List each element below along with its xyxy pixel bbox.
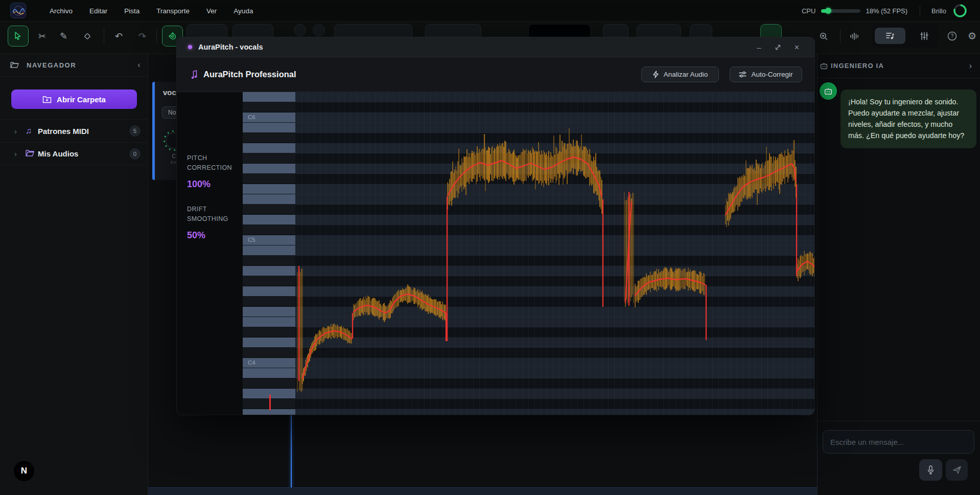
expand-chevron-icon[interactable]: › xyxy=(14,127,21,136)
piano-key-row xyxy=(243,133,295,143)
gridline xyxy=(651,92,651,415)
gridline xyxy=(731,92,731,415)
minimize-button[interactable]: – xyxy=(757,43,761,52)
timeline-strip[interactable] xyxy=(148,487,817,495)
open-folder-button[interactable]: Abrir Carpeta xyxy=(11,89,137,109)
svg-text:?: ? xyxy=(951,33,954,39)
gridline xyxy=(528,92,529,415)
collapse-sidebar-icon[interactable]: ‹ xyxy=(137,60,141,70)
waveform-icon xyxy=(850,32,859,41)
menu-item-archivo[interactable]: Archivo xyxy=(50,7,73,15)
gridline xyxy=(320,92,320,415)
music-note-icon xyxy=(191,70,198,80)
gridline xyxy=(547,92,547,415)
settings-button[interactable]: ⚙ xyxy=(962,26,980,47)
gridline xyxy=(669,92,670,415)
gridline xyxy=(314,92,314,415)
undo-button[interactable]: ↶ xyxy=(108,26,129,47)
gridline xyxy=(761,92,762,415)
sidebar-item-mis-audios[interactable]: ›Mis Audios0 xyxy=(0,142,148,165)
piano-key-row xyxy=(243,348,295,358)
item-count-badge: 0 xyxy=(129,148,141,160)
expand-chevron-icon[interactable]: › xyxy=(14,149,21,158)
gridline xyxy=(620,92,621,415)
ai-message-input[interactable] xyxy=(823,430,974,454)
redo-button[interactable]: ↷ xyxy=(132,26,153,47)
gridline xyxy=(381,92,382,415)
gridline xyxy=(694,92,694,415)
toolbar-button-hidden[interactable] xyxy=(313,24,325,36)
menu-item-ver[interactable]: Ver xyxy=(206,7,217,15)
menu-item-transporte[interactable]: Transporte xyxy=(156,7,190,15)
menu-item-editar[interactable]: Editar xyxy=(89,7,107,15)
brightness-ring[interactable] xyxy=(951,2,969,19)
piano-key-row xyxy=(243,276,295,286)
folder-open-icon xyxy=(10,61,19,69)
scissors-tool-button[interactable]: ✂ xyxy=(32,26,53,47)
redo-icon: ↷ xyxy=(138,32,146,41)
app-logo-icon xyxy=(10,3,26,18)
piano-key-row xyxy=(243,92,295,102)
view-toggle-group xyxy=(871,24,939,48)
gridline xyxy=(498,92,498,415)
mic-button[interactable] xyxy=(919,459,942,481)
menu-items: ArchivoEditarPistaTransporteVerAyuda xyxy=(50,0,253,21)
pencil-icon: ✎ xyxy=(60,32,67,41)
menu-item-pista[interactable]: Pista xyxy=(124,7,139,15)
gridline xyxy=(357,92,357,415)
analyze-audio-button[interactable]: Analizar Audio xyxy=(641,66,719,82)
zap-icon xyxy=(652,71,659,78)
maximize-icon[interactable] xyxy=(775,44,781,51)
cpu-label: CPU xyxy=(802,7,815,15)
gridline xyxy=(565,92,566,415)
menu-bar-divider xyxy=(920,6,920,15)
pitch-editor[interactable]: PITCH CORRECTION 100% DRIFT SMOOTHING 50… xyxy=(177,92,814,415)
window-controls: – × xyxy=(757,37,799,57)
gridline xyxy=(485,92,486,415)
collapse-ai-panel-icon[interactable]: › xyxy=(969,61,972,71)
track-name: voc xyxy=(163,88,176,97)
close-button[interactable]: × xyxy=(795,43,799,52)
cpu-meter[interactable] xyxy=(821,9,860,13)
gridline xyxy=(369,92,369,415)
piano-key-row: C6 xyxy=(243,112,295,123)
gridline xyxy=(780,92,780,415)
ai-avatar xyxy=(820,82,837,100)
menu-item-ayuda[interactable]: Ayuda xyxy=(234,7,253,15)
gridline xyxy=(436,92,437,415)
note-label-c4: C4 xyxy=(248,359,255,366)
eraser-tool-button[interactable] xyxy=(77,26,98,47)
mixer-view-button[interactable] xyxy=(914,28,935,44)
ai-message-bubble: ¡Hola! Soy tu ingeniero de sonido. Puedo… xyxy=(841,89,976,148)
gridline xyxy=(559,92,559,415)
playlist-view-button-selected[interactable] xyxy=(875,28,905,44)
gridline xyxy=(737,92,737,415)
user-avatar[interactable]: N xyxy=(13,460,35,482)
modal-titlebar[interactable]: AuraPitch - vocals – × xyxy=(177,37,814,57)
sidebar-item-patrones-midi[interactable]: ›♫Patrones MIDI5 xyxy=(0,119,148,142)
zoom-in-button[interactable] xyxy=(813,26,834,47)
send-button[interactable] xyxy=(946,459,968,481)
gridline xyxy=(393,92,394,415)
piano-key-row xyxy=(243,205,295,215)
undo-icon: ↶ xyxy=(115,32,123,41)
gridline xyxy=(308,92,308,415)
piano-key-row xyxy=(243,368,295,378)
auto-correct-button[interactable]: Auto-Corregir xyxy=(730,66,802,82)
piano-key-row xyxy=(243,266,295,276)
gridline xyxy=(510,92,510,415)
piano-key-row xyxy=(243,327,295,338)
select-tool-button[interactable] xyxy=(8,26,29,47)
help-button[interactable]: ? xyxy=(942,26,963,47)
pitch-grid[interactable] xyxy=(295,92,814,415)
analyze-audio-label: Analizar Audio xyxy=(664,71,708,78)
gridline xyxy=(718,92,719,415)
gridline xyxy=(706,92,707,415)
gridline xyxy=(590,92,590,415)
cpu-meter-thumb[interactable] xyxy=(825,8,831,14)
gridline xyxy=(553,92,553,415)
toolbar-separator xyxy=(156,29,157,43)
toolbar-button-hidden[interactable] xyxy=(294,24,306,36)
waveform-view-button[interactable] xyxy=(844,26,865,47)
pencil-tool-button[interactable]: ✎ xyxy=(53,26,74,47)
